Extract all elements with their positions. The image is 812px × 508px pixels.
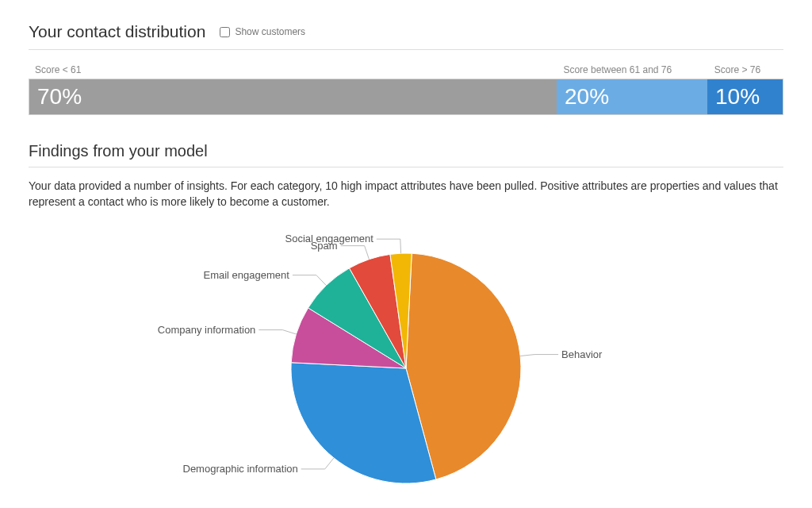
pie-leader [520,355,558,356]
pie-leader [341,246,370,260]
show-customers-checkbox-wrap[interactable]: Show customers [220,26,305,37]
show-customers-checkbox[interactable] [220,27,230,37]
dist-label-mid: Score between 61 and 76 [557,64,707,75]
distribution-header: Your contact distribution Show customers [29,22,783,50]
dist-seg-mid: 20% [557,79,707,114]
pie-leader [377,239,401,253]
findings-title: Findings from your model [29,142,783,167]
distribution-bar: 70% 20% 10% [29,79,783,115]
pie-chart-svg [29,225,783,495]
pie-label: Email engagement [204,269,289,281]
distribution-labels-row: Score < 61 Score between 61 and 76 Score… [29,64,783,75]
pie-leader [293,275,326,286]
pie-label: Behavior [561,348,602,360]
dist-label-low: Score < 61 [29,64,557,75]
pie-chart-container: BehaviorDemographic informationCompany i… [29,225,783,495]
pie-leader [259,330,296,334]
dist-seg-low: 70% [29,79,557,114]
dist-seg-high: 10% [707,79,783,114]
pie-leader [301,458,334,469]
show-customers-label: Show customers [235,26,305,37]
pie-label: Social engagement [285,233,373,244]
dist-label-high: Score > 76 [708,64,783,75]
pie-label: Demographic information [183,463,298,475]
distribution-title: Your contact distribution [29,22,205,41]
findings-description: Your data provided a number of insights.… [29,179,783,210]
pie-label: Company information [158,324,256,336]
